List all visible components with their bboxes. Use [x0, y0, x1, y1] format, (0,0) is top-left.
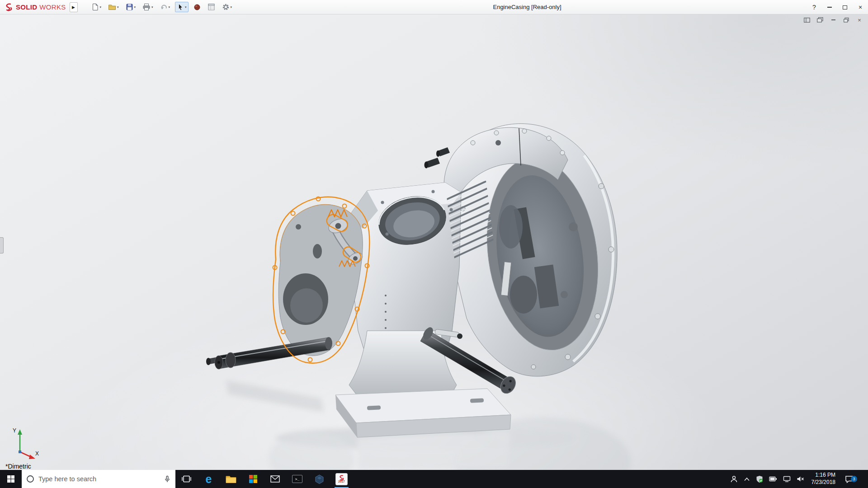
volume-button[interactable]: [797, 476, 804, 482]
store-icon: [249, 474, 258, 483]
search-input[interactable]: [38, 475, 160, 483]
feature-manager-collapsed-tab[interactable]: [0, 237, 4, 253]
windows-taskbar: e >_: [0, 470, 868, 488]
minimize-icon: [827, 7, 832, 8]
print-button[interactable]: ▾: [141, 2, 155, 12]
brand-works-text: WORKS: [39, 3, 66, 11]
doc-minimize-button[interactable]: [829, 16, 837, 23]
volume-muted-icon: [797, 476, 804, 482]
orientation-triad: Y X: [9, 426, 41, 464]
task-view-button[interactable]: [175, 470, 198, 488]
solidworks-app-icon: 2017: [335, 473, 348, 485]
system-tray: 1:16 PM 7/23/2018 3: [730, 470, 868, 488]
doc-restore-button[interactable]: [842, 16, 850, 23]
titlebar: SOLIDWORKS ▶ ▾ ▾: [0, 0, 868, 14]
new-document-button[interactable]: ▾: [90, 2, 104, 12]
terminal-icon: >_: [292, 475, 302, 483]
view-orientation-label: *Dimetric: [5, 463, 31, 470]
window-controls: ? ×: [807, 0, 868, 14]
tray-overflow-button[interactable]: [744, 477, 750, 481]
microphone-icon[interactable]: [164, 475, 171, 483]
people-icon: [730, 475, 738, 483]
close-button[interactable]: ×: [853, 0, 868, 14]
security-status-button[interactable]: [756, 475, 763, 483]
taskbar-clock[interactable]: 1:16 PM 7/23/2018: [810, 472, 837, 486]
dropdown-caret-icon[interactable]: ▾: [169, 5, 170, 9]
dropdown-caret-icon[interactable]: ▾: [185, 5, 187, 9]
select-cursor-icon: [177, 3, 184, 11]
dropdown-caret-icon[interactable]: ▾: [100, 5, 102, 9]
open-folder-icon: [108, 4, 116, 11]
edge-icon: e: [206, 474, 212, 485]
notification-badge: 3: [851, 476, 857, 482]
solidworks-window: SOLIDWORKS ▶ ▾ ▾: [0, 0, 868, 488]
clock-time: 1:16 PM: [811, 472, 835, 479]
hexagon-app-button[interactable]: [308, 470, 330, 488]
x-axis-arrow-icon: [29, 455, 35, 459]
cortana-ring-icon: [26, 475, 34, 483]
doc-close-button[interactable]: ×: [855, 16, 863, 23]
people-button[interactable]: [730, 475, 738, 483]
x-axis-label: X: [35, 450, 39, 457]
taskbar-search[interactable]: [22, 470, 175, 488]
brand-solid-text: SOLID: [16, 3, 37, 11]
save-icon: [126, 3, 133, 11]
network-icon: [783, 476, 791, 482]
z-axis-origin-icon: [19, 450, 21, 453]
pane-layout-icon: [804, 18, 810, 23]
store-button[interactable]: [242, 470, 264, 488]
solidworks-brand: SOLIDWORKS: [0, 3, 69, 12]
pane-layout-button[interactable]: [803, 16, 811, 23]
select-button[interactable]: ▾: [175, 2, 189, 12]
cascade-windows-button[interactable]: [816, 16, 824, 23]
y-axis-label: Y: [13, 427, 16, 434]
engine-casing-model[interactable]: [0, 14, 868, 470]
solidworks-year-label: 2017: [338, 480, 344, 483]
file-explorer-button[interactable]: [220, 470, 242, 488]
clock-date: 7/23/2018: [811, 479, 835, 486]
minimize-button[interactable]: [822, 0, 837, 14]
dropdown-caret-icon[interactable]: ▾: [151, 5, 153, 9]
document-window-controls: ×: [803, 16, 863, 23]
solidworks-app-button[interactable]: 2017: [330, 470, 353, 488]
doc-minimize-icon: [831, 19, 835, 20]
appearance-button[interactable]: [192, 2, 203, 12]
open-button[interactable]: ▾: [106, 2, 121, 12]
mail-button[interactable]: [264, 470, 286, 488]
options-gear-icon: [222, 3, 230, 11]
menu-flyout-button[interactable]: ▶: [70, 2, 78, 12]
dropdown-caret-icon[interactable]: ▾: [231, 5, 232, 9]
task-pane-button[interactable]: [206, 2, 217, 12]
battery-icon: [769, 476, 777, 482]
sheet-icon: [208, 3, 215, 11]
undo-button[interactable]: ▾: [158, 2, 172, 12]
edge-button[interactable]: e: [198, 470, 220, 488]
windows-logo-icon: [7, 475, 15, 483]
help-button[interactable]: ?: [807, 0, 822, 14]
new-document-icon: [91, 3, 99, 11]
network-button[interactable]: [783, 476, 791, 482]
cascade-windows-icon: [817, 17, 823, 23]
graphics-viewport[interactable]: ×: [0, 14, 868, 470]
quick-access-toolbar: ▾ ▾ ▾: [90, 2, 234, 12]
options-button[interactable]: ▾: [220, 2, 234, 12]
document-title: EngineCasing [Read-only]: [493, 4, 561, 10]
terminal-button[interactable]: >_: [286, 470, 308, 488]
dropdown-caret-icon[interactable]: ▾: [134, 5, 136, 9]
defender-shield-icon: [756, 475, 763, 483]
print-icon: [142, 3, 151, 11]
y-axis-arrow-icon: [18, 429, 22, 435]
start-button[interactable]: [0, 470, 22, 488]
dropdown-caret-icon[interactable]: ▾: [117, 5, 119, 9]
task-view-icon: [182, 475, 191, 483]
hexagon-app-icon: [315, 474, 324, 484]
solidworks-logo-icon: [5, 3, 14, 12]
maximize-button[interactable]: [837, 0, 853, 14]
save-button[interactable]: ▾: [124, 2, 138, 12]
maximize-icon: [843, 5, 847, 9]
battery-button[interactable]: [769, 476, 777, 482]
appearance-icon: [193, 4, 201, 11]
action-center-button[interactable]: 3: [843, 475, 855, 483]
file-explorer-icon: [226, 475, 236, 483]
doc-restore-icon: [844, 18, 849, 23]
